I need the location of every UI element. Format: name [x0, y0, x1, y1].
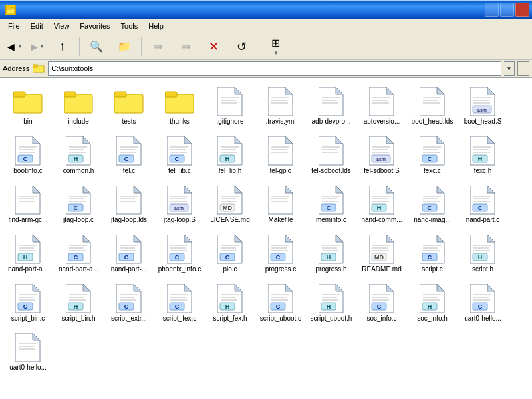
- up-button[interactable]: ↑: [49, 35, 76, 59]
- list-item[interactable]: uart0-hello...: [4, 329, 52, 375]
- list-item[interactable]: C nand-imag...: [408, 181, 456, 227]
- file-icon: C: [164, 135, 196, 167]
- svg-marker-52: [83, 136, 90, 144]
- list-item[interactable]: H fel_lib.h: [206, 132, 254, 178]
- list-item[interactable]: C bootinfo.c: [4, 132, 52, 178]
- svg-text:H: H: [74, 156, 78, 162]
- file-icon: H: [416, 283, 448, 315]
- file-name: jtag-loop.S: [164, 216, 196, 224]
- list-item[interactable]: C script_bin.c: [4, 279, 52, 326]
- list-item[interactable]: C fel_lib.c: [156, 132, 203, 178]
- file-name: script_fex.h: [213, 315, 247, 323]
- svg-marker-111: [33, 186, 40, 193]
- file-icon: [265, 184, 297, 216]
- svg-marker-38: [487, 87, 495, 94]
- views-button[interactable]: ⊞ ▼: [263, 35, 289, 59]
- list-item[interactable]: C script_uboot.c: [257, 279, 305, 326]
- address-dropdown-button[interactable]: ▼: [504, 61, 515, 76]
- list-item[interactable]: H fexc.h: [459, 132, 507, 178]
- list-item[interactable]: C fexc.c: [408, 132, 456, 178]
- svg-marker-80: [285, 136, 293, 144]
- list-item[interactable]: C soc_info.c: [358, 279, 406, 326]
- list-item[interactable]: MD README.md: [358, 230, 406, 277]
- file-icon: H: [63, 283, 94, 315]
- list-item[interactable]: fel-sdboot.lds: [307, 132, 355, 178]
- list-item[interactable]: C nand-part-...: [105, 230, 153, 277]
- list-item[interactable]: H nand-comm...: [358, 181, 406, 227]
- menu-favorites[interactable]: Favorites: [74, 21, 115, 31]
- back-dropdown-icon[interactable]: ▼: [17, 43, 23, 49]
- list-item[interactable]: C script_fex.c: [156, 279, 203, 326]
- list-item[interactable]: H common.h: [55, 132, 102, 178]
- svg-marker-224: [386, 235, 394, 242]
- list-item[interactable]: fel-gpio: [257, 132, 305, 178]
- list-item[interactable]: asm fel-sdboot.S: [358, 132, 406, 178]
- delete-button[interactable]: ✕: [201, 35, 227, 59]
- list-item[interactable]: C phoenix_info.c: [156, 230, 203, 277]
- list-item[interactable]: C script_extr...: [105, 279, 153, 326]
- svg-rect-9: [114, 92, 126, 97]
- maximize-button[interactable]: [500, 3, 514, 17]
- go-button[interactable]: [517, 61, 529, 76]
- views-dropdown-icon[interactable]: ▼: [273, 50, 279, 56]
- back-button[interactable]: ◀ ▼: [4, 37, 26, 57]
- list-item[interactable]: jtag-loop.lds: [105, 181, 153, 227]
- list-item[interactable]: Makefile: [257, 181, 305, 227]
- address-input[interactable]: [48, 61, 501, 76]
- menu-view[interactable]: View: [49, 21, 75, 31]
- list-item[interactable]: asm boot_head.S: [459, 82, 507, 129]
- list-item[interactable]: .travis.yml: [257, 82, 305, 129]
- list-item[interactable]: C uart0-hello...: [459, 279, 507, 326]
- menu-edit[interactable]: Edit: [25, 21, 49, 31]
- list-item[interactable]: find-arm-gc...: [4, 181, 52, 227]
- list-item[interactable]: adb-devpro...: [307, 82, 355, 129]
- close-button[interactable]: [515, 3, 529, 17]
- list-item[interactable]: MD LICENSE.md: [206, 181, 254, 227]
- file-icon: [12, 184, 44, 216]
- list-item[interactable]: C progress.c: [257, 230, 305, 277]
- menu-tools[interactable]: Tools: [116, 21, 144, 31]
- list-item[interactable]: C jtag-loop.c: [55, 181, 102, 227]
- file-icon: [315, 135, 347, 167]
- list-item[interactable]: .gitignore: [206, 82, 254, 129]
- menu-file[interactable]: File: [3, 21, 25, 31]
- folders-button[interactable]: 📁: [111, 35, 138, 59]
- list-item[interactable]: thunks: [156, 82, 203, 129]
- list-item[interactable]: boot_head.lds: [408, 82, 456, 129]
- list-item[interactable]: C pio.c: [206, 230, 254, 277]
- list-item[interactable]: tests: [105, 82, 153, 129]
- svg-text:H: H: [225, 156, 230, 162]
- list-item[interactable]: asm jtag-loop.S: [156, 181, 203, 227]
- file-name: fel-gpio: [270, 167, 292, 175]
- menu-help[interactable]: Help: [143, 21, 169, 31]
- list-item[interactable]: autoversio...: [358, 82, 406, 129]
- list-item[interactable]: C fel.c: [105, 132, 153, 178]
- move-button[interactable]: ⇒: [145, 35, 172, 59]
- list-item[interactable]: C nand-part.c: [459, 181, 507, 227]
- list-item[interactable]: bin: [4, 82, 52, 129]
- list-item[interactable]: include: [55, 82, 102, 129]
- file-icon: C: [467, 184, 499, 216]
- back-arrow-icon: ◀: [7, 41, 15, 52]
- undo-button[interactable]: ↺: [229, 35, 255, 59]
- list-item[interactable]: H script_fex.h: [206, 279, 254, 326]
- list-item[interactable]: H script_uboot.h: [307, 279, 355, 326]
- list-item[interactable]: H script_bin.h: [55, 279, 102, 326]
- svg-marker-238: [487, 235, 495, 242]
- forward-dropdown-icon[interactable]: ▼: [39, 43, 45, 49]
- copy-button[interactable]: ⇒: [173, 35, 200, 59]
- address-bar: Address ▼: [0, 60, 532, 78]
- file-name: fel_lib.h: [219, 167, 241, 175]
- list-item[interactable]: H nand-part-a...: [4, 230, 52, 277]
- list-item[interactable]: H script.h: [459, 230, 507, 277]
- file-icon: C: [214, 233, 246, 265]
- list-item[interactable]: H progress.h: [307, 230, 355, 277]
- list-item[interactable]: C nand-part-a...: [55, 230, 102, 277]
- list-item[interactable]: C meminfo.c: [307, 181, 355, 227]
- search-button[interactable]: 🔍: [83, 35, 110, 59]
- svg-marker-266: [184, 284, 192, 291]
- minimize-button[interactable]: [485, 3, 499, 17]
- list-item[interactable]: C script.c: [408, 230, 456, 277]
- list-item[interactable]: H soc_info.h: [408, 279, 456, 326]
- forward-button[interactable]: ▶ ▼: [27, 37, 48, 57]
